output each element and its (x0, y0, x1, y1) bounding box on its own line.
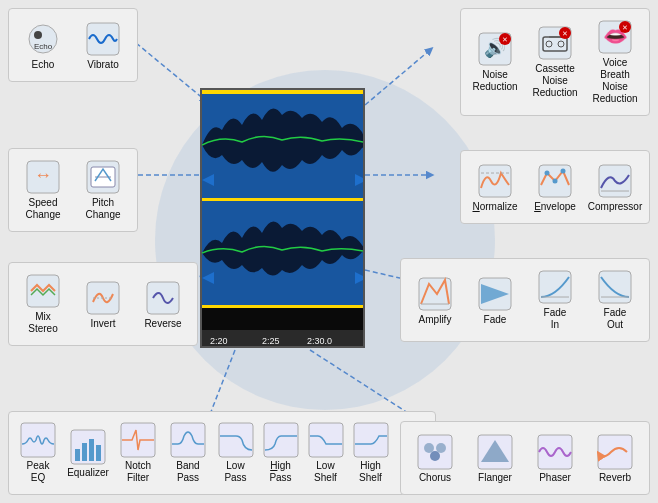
envelope-icon (537, 163, 573, 199)
noise-reduction-button[interactable]: 🔊 ✕ NoiseReduction (465, 27, 525, 97)
noise-reduction-icon: 🔊 ✕ (477, 31, 513, 67)
svg-rect-9 (202, 90, 365, 94)
notch-filter-icon (120, 422, 156, 458)
cassette-noise-label: Cassette NoiseReduction (527, 63, 583, 99)
phaser-label: Phaser (539, 472, 571, 484)
svg-line-0 (130, 38, 205, 100)
low-shelf-icon (308, 422, 344, 458)
fade-out-label: FadeOut (604, 307, 627, 331)
fade-in-button[interactable]: FadeIn (525, 265, 585, 335)
panel-smid-right: Amplify Fade FadeIn FadeOu (400, 258, 650, 342)
phaser-icon (537, 434, 573, 470)
chorus-icon (417, 434, 453, 470)
fade-in-icon (537, 269, 573, 305)
compressor-button[interactable]: Compressor (585, 157, 645, 217)
reverse-button[interactable]: Reverse (133, 274, 193, 334)
amplify-icon (417, 276, 453, 312)
speed-change-label: SpeedChange (25, 197, 60, 221)
svg-rect-71 (96, 445, 101, 461)
svg-rect-62 (539, 271, 571, 303)
high-shelf-icon (353, 422, 389, 458)
voice-breath-button[interactable]: 👄 ✕ Voice Breath Noise Reduction (585, 15, 645, 109)
invert-icon (85, 280, 121, 316)
svg-rect-11 (202, 198, 365, 201)
svg-rect-25 (87, 23, 119, 55)
flanger-icon (477, 434, 513, 470)
svg-point-54 (553, 179, 558, 184)
band-pass-button[interactable]: BandPass (163, 418, 213, 488)
reverse-icon (145, 280, 181, 316)
invert-button[interactable]: Invert (73, 274, 133, 334)
panel-bot-left: MixStereo Invert Reverse (8, 262, 198, 346)
pitch-change-button[interactable]: PitchChange (73, 155, 133, 225)
panel-mid-left: ↔ SpeedChange PitchChange (8, 148, 138, 232)
fade-icon (477, 276, 513, 312)
low-pass-button[interactable]: LowPass (213, 418, 258, 488)
svg-point-80 (436, 443, 446, 453)
svg-text:✕: ✕ (502, 36, 508, 43)
phaser-button[interactable]: Phaser (525, 428, 585, 488)
low-shelf-label: LowShelf (314, 460, 337, 484)
vibrato-button[interactable]: Vibrato (73, 15, 133, 75)
reverb-icon (597, 434, 633, 470)
peak-eq-icon (20, 422, 56, 458)
chorus-label: Chorus (419, 472, 451, 484)
equalizer-label: Equalizer (67, 467, 109, 479)
chorus-button[interactable]: Chorus (405, 428, 465, 488)
svg-point-79 (424, 443, 434, 453)
low-pass-label: LowPass (224, 460, 246, 484)
svg-point-23 (34, 31, 42, 39)
fade-out-button[interactable]: FadeOut (585, 265, 645, 335)
high-shelf-button[interactable]: HighShelf (348, 418, 393, 488)
flanger-label: Flanger (478, 472, 512, 484)
cassette-noise-reduction-button[interactable]: ✕ Cassette NoiseReduction (525, 21, 585, 103)
svg-rect-70 (89, 439, 94, 461)
low-pass-icon (218, 422, 254, 458)
voice-breath-label: Voice Breath Noise Reduction (587, 57, 643, 105)
equalizer-icon (70, 429, 106, 465)
envelope-button[interactable]: Envelope (525, 157, 585, 217)
panel-top-right: 🔊 ✕ NoiseReduction ✕ Cassette NoiseReduc… (460, 8, 650, 116)
mix-stereo-label: MixStereo (28, 311, 57, 335)
svg-rect-76 (309, 423, 343, 457)
fade-in-label: FadeIn (544, 307, 567, 331)
panel-mid-right: Normalize Envelope Compressor (460, 150, 650, 224)
peak-eq-label: PeakEQ (27, 460, 50, 484)
band-pass-label: BandPass (176, 460, 199, 484)
fade-button[interactable]: Fade (465, 270, 525, 330)
low-shelf-button[interactable]: LowShelf (303, 418, 348, 488)
speed-change-button[interactable]: ↔ SpeedChange (13, 155, 73, 225)
mix-stereo-button[interactable]: MixStereo (13, 269, 73, 339)
notch-filter-button[interactable]: NotchFilter (113, 418, 163, 488)
high-pass-button[interactable]: HighPass (258, 418, 303, 488)
voice-breath-icon: 👄 ✕ (597, 19, 633, 55)
svg-point-53 (545, 171, 550, 176)
high-pass-label: HighPass (269, 460, 291, 484)
peak-eq-button[interactable]: PeakEQ (13, 418, 63, 488)
envelope-label: Envelope (534, 201, 576, 213)
svg-rect-74 (219, 423, 253, 457)
invert-label: Invert (90, 318, 115, 330)
echo-button[interactable]: Echo Echo (13, 15, 73, 75)
echo-icon: Echo (25, 21, 61, 57)
notch-filter-label: NotchFilter (125, 460, 151, 484)
svg-text:Echo: Echo (34, 42, 53, 51)
amplify-button[interactable]: Amplify (405, 270, 465, 330)
compressor-label: Compressor (588, 201, 642, 213)
normalize-button[interactable]: Normalize (465, 157, 525, 217)
equalizer-button[interactable]: Equalizer (63, 423, 113, 483)
svg-rect-66 (21, 423, 55, 457)
svg-rect-15 (202, 305, 365, 308)
vibrato-label: Vibrato (87, 59, 119, 71)
svg-text:✕: ✕ (562, 30, 568, 37)
svg-text:2:20: 2:20 (210, 336, 228, 346)
flanger-button[interactable]: Flanger (465, 428, 525, 488)
cassette-noise-reduction-icon: ✕ (537, 25, 573, 61)
svg-rect-73 (171, 423, 205, 457)
svg-point-55 (561, 169, 566, 174)
vibrato-icon (85, 21, 121, 57)
normalize-icon (477, 163, 513, 199)
mix-stereo-icon (25, 273, 61, 309)
svg-point-81 (430, 451, 440, 461)
reverb-button[interactable]: Reverb (585, 428, 645, 488)
